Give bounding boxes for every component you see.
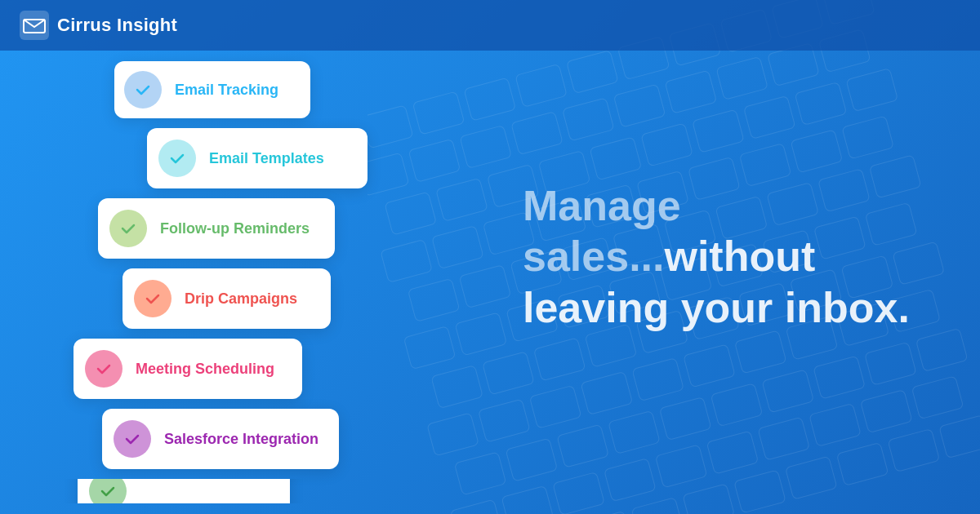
svg-rect-12 — [460, 126, 511, 169]
svg-rect-75 — [684, 344, 735, 388]
svg-rect-71 — [479, 399, 530, 442]
svg-rect-83 — [608, 410, 660, 454]
svg-rect-94 — [655, 445, 706, 488]
svg-rect-51 — [455, 312, 506, 356]
svg-rect-1 — [412, 91, 464, 135]
svg-rect-15 — [613, 84, 665, 127]
feature-item-followup-reminders: Follow-up Reminders — [49, 198, 408, 259]
feature-item-email-templates: Email Templates — [49, 128, 408, 188]
logo-icon — [20, 11, 49, 40]
check-circle-meeting-scheduling — [85, 350, 122, 388]
feature-item-salesforce-integration: Salesforce Integration — [49, 409, 408, 469]
svg-rect-82 — [557, 424, 608, 467]
feature-label-meeting-scheduling: Meeting Scheduling — [136, 361, 274, 378]
svg-rect-2 — [464, 78, 515, 121]
svg-rect-96 — [758, 417, 809, 460]
svg-rect-103 — [631, 498, 683, 514]
svg-rect-99 — [911, 376, 963, 419]
svg-rect-21 — [436, 178, 488, 221]
feature-item-email-tracking: Email Tracking — [49, 61, 408, 118]
svg-rect-26 — [693, 109, 744, 153]
svg-rect-91 — [501, 485, 553, 514]
svg-rect-14 — [563, 98, 614, 141]
feature-item-last — [49, 479, 408, 503]
svg-rect-60 — [431, 366, 483, 409]
svg-rect-73 — [581, 371, 632, 414]
svg-rect-40 — [408, 278, 459, 321]
svg-rect-62 — [533, 338, 585, 381]
svg-rect-24 — [590, 137, 641, 180]
check-circle-salesforce-integration — [114, 420, 151, 458]
svg-rect-86 — [762, 370, 813, 413]
svg-rect-4 — [567, 51, 618, 94]
svg-rect-74 — [632, 358, 684, 401]
svg-rect-38 — [791, 130, 842, 173]
svg-rect-50 — [403, 326, 455, 370]
svg-rect-85 — [710, 383, 762, 427]
tagline-line1: Manage sales... — [523, 182, 681, 280]
svg-rect-87 — [813, 356, 865, 399]
svg-rect-39 — [842, 116, 893, 159]
tagline-text: Manage sales...without leaving your inbo… — [523, 180, 915, 333]
tagline-section: Manage sales...without leaving your inbo… — [523, 180, 915, 333]
svg-rect-13 — [511, 112, 563, 155]
feature-list: Email Tracking Email Templates — [0, 51, 408, 514]
feature-label-email-tracking: Email Tracking — [175, 82, 278, 99]
svg-rect-106 — [786, 456, 837, 499]
svg-rect-105 — [734, 470, 786, 513]
brand-name: Cirrus Insight — [57, 15, 177, 36]
check-circle-followup-reminders — [109, 210, 147, 247]
check-circle-email-tracking — [124, 71, 162, 109]
svg-rect-70 — [427, 413, 479, 456]
svg-rect-27 — [743, 95, 795, 139]
tagline-line3: leaving your inbox. — [523, 284, 910, 331]
check-circle-email-templates — [158, 140, 196, 177]
svg-rect-31 — [432, 226, 483, 269]
svg-rect-3 — [515, 64, 567, 107]
svg-rect-25 — [641, 123, 693, 166]
check-circle-drip-campaigns — [134, 280, 172, 317]
svg-rect-80 — [454, 452, 506, 495]
svg-rect-98 — [861, 390, 912, 433]
svg-rect-29 — [846, 69, 898, 112]
svg-rect-93 — [604, 459, 656, 502]
svg-rect-95 — [706, 431, 758, 474]
feature-label-salesforce-integration: Salesforce Integration — [164, 431, 318, 448]
svg-rect-97 — [809, 403, 861, 446]
svg-rect-89 — [915, 329, 967, 372]
svg-rect-108 — [888, 429, 939, 472]
svg-rect-41 — [459, 265, 510, 308]
svg-rect-104 — [683, 484, 734, 514]
feature-label-email-templates: Email Templates — [209, 150, 324, 167]
svg-rect-11 — [408, 139, 460, 182]
feature-label-drip-campaigns: Drip Campaigns — [185, 290, 297, 308]
svg-rect-107 — [836, 442, 888, 485]
svg-rect-84 — [660, 397, 711, 441]
feature-label-followup-reminders: Follow-up Reminders — [160, 220, 310, 237]
svg-rect-90 — [450, 499, 501, 514]
feature-item-meeting-scheduling: Meeting Scheduling — [49, 339, 408, 399]
svg-rect-16 — [665, 70, 716, 113]
navbar: Cirrus Insight — [0, 0, 980, 51]
svg-rect-72 — [529, 385, 581, 428]
svg-rect-76 — [735, 330, 786, 374]
check-circle-last — [89, 479, 127, 503]
tagline-bold-without: without — [664, 233, 815, 281]
svg-rect-109 — [939, 415, 980, 459]
svg-rect-92 — [553, 472, 604, 514]
feature-item-drip-campaigns: Drip Campaigns — [49, 268, 408, 329]
page-wrapper: Cirrus Insight Email Tracking — [0, 0, 980, 514]
svg-rect-102 — [580, 512, 631, 514]
svg-rect-88 — [865, 342, 916, 385]
svg-rect-28 — [795, 82, 846, 126]
svg-rect-17 — [716, 56, 768, 100]
svg-rect-61 — [483, 352, 534, 395]
svg-rect-81 — [506, 438, 557, 481]
